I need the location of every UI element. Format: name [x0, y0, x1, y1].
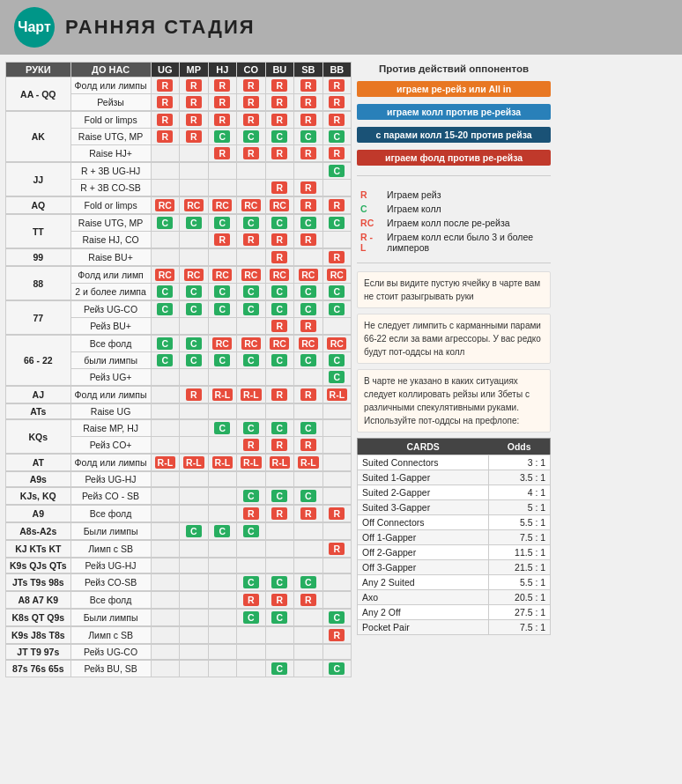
position-cell: [322, 523, 352, 540]
position-cell: [237, 180, 266, 196]
table-row: 87s 76s 65sРейз BU, SB C C: [6, 661, 352, 677]
position-cell: [151, 163, 180, 180]
position-cell: C: [151, 284, 180, 300]
position-cell: R: [322, 627, 352, 644]
position-cell: C: [180, 301, 209, 318]
table-row: A9Все фолд RRRR: [6, 506, 352, 522]
abbr-RC: RC Играем колл после ре-рейза: [357, 216, 551, 230]
odds-col-header: Odds: [488, 439, 550, 455]
position-cell: [294, 558, 323, 573]
abbr-RC-code: RC: [357, 216, 383, 230]
position-cell: R: [294, 94, 323, 111]
position-cell: [265, 523, 294, 540]
position-cell: C: [294, 284, 323, 300]
position-cell: C: [265, 284, 294, 300]
cards-row: Off 2-Gapper11.5 : 1: [358, 545, 551, 560]
position-cell: R: [322, 506, 352, 522]
position-cell: [322, 558, 352, 573]
table-row: KJs, KQРейз CO - SB CCC: [6, 488, 352, 505]
action-desc: Рейз UG-CO: [70, 301, 151, 318]
position-cell: [237, 645, 266, 660]
position-cell: R: [322, 112, 352, 129]
position-cell: C: [265, 610, 294, 626]
position-cell: [322, 472, 352, 487]
abbr-R: R Играем рейз: [357, 188, 551, 202]
cards-odds: 21.5 : 1: [488, 560, 550, 575]
action-desc: R + 3B UG-HJ: [70, 163, 151, 180]
table-row: AJФолд или лимпы RR-LR-LRRR-L: [6, 387, 352, 403]
hand-name: A9s: [6, 472, 71, 487]
position-cell: R: [294, 318, 323, 335]
position-cell: R: [237, 78, 266, 94]
position-cell: RC: [208, 197, 237, 214]
position-cell: [294, 472, 323, 487]
position-cell: C: [208, 301, 237, 318]
position-cell: [208, 661, 237, 677]
position-cell: C: [322, 352, 352, 369]
position-cell: R: [294, 197, 323, 214]
position-cell: [180, 232, 209, 248]
position-cell: C: [237, 301, 266, 318]
position-cell: R: [265, 180, 294, 196]
position-cell: [322, 404, 352, 419]
position-cell: [208, 369, 237, 386]
position-cell: R: [151, 94, 180, 111]
main-table: РУКИ ДО НАС UG MP HJ CO BU SB BB AA - QQ…: [5, 62, 352, 677]
cards-row: Off 3-Gapper21.5 : 1: [358, 560, 551, 575]
col-header-co: CO: [237, 63, 266, 78]
action-desc: Все фолд: [70, 336, 151, 352]
cards-odds: 3.5 : 1: [488, 470, 550, 485]
position-cell: RC: [208, 267, 237, 284]
hand-name: AK: [6, 112, 71, 162]
cards-col-header: CARDS: [358, 439, 489, 455]
abbr-C: C Играем колл: [357, 202, 551, 216]
position-cell: [237, 472, 266, 487]
action-desc: Raise MP, HJ: [70, 420, 151, 437]
position-cell: [294, 523, 323, 540]
action-desc: Лимп с SB: [70, 541, 151, 558]
position-cell: [151, 249, 180, 266]
legend-reraise: играем ре-рейз или All in: [357, 81, 551, 97]
position-cell: R: [180, 112, 209, 129]
position-cell: R: [294, 506, 323, 522]
position-cell: RC: [322, 267, 352, 284]
cards-table: CARDS Odds Suited Connectors3 : 1Suited …: [357, 438, 551, 635]
position-cell: [208, 592, 237, 609]
col-header-bu: BU: [265, 63, 294, 78]
position-cell: [180, 541, 209, 558]
position-cell: R: [294, 112, 323, 129]
page: Чарт РАННЯЯ СТАДИЯ РУКИ ДО НАС UG MP HJ …: [0, 0, 682, 684]
position-cell: [151, 610, 180, 626]
position-cell: R: [151, 112, 180, 129]
position-cell: [180, 645, 209, 660]
position-cell: [322, 437, 352, 454]
position-cell: R: [237, 506, 266, 522]
logo: Чарт: [14, 7, 55, 48]
legend-fold-reraise: играем фолд против ре-рейза: [357, 150, 551, 166]
hand-name: AA - QQ: [6, 78, 71, 111]
position-cell: C: [237, 574, 266, 591]
position-cell: C: [208, 420, 237, 437]
table-row: A8 A7 K9Все фолд RRR: [6, 592, 352, 609]
position-cell: R: [265, 387, 294, 403]
cards-odds: 5 : 1: [488, 500, 550, 515]
position-cell: [151, 232, 180, 248]
note1: Если вы видите пустую ячейку в чарте вам…: [357, 271, 551, 308]
position-cell: [180, 318, 209, 335]
cards-row: Off Connectors5.5 : 1: [358, 515, 551, 530]
position-cell: R-L: [208, 455, 237, 471]
position-cell: C: [294, 301, 323, 318]
position-cell: [151, 318, 180, 335]
position-cell: C: [237, 420, 266, 437]
hand-name: JJ: [6, 163, 71, 196]
cards-odds: 3 : 1: [488, 455, 550, 470]
position-cell: R: [208, 78, 237, 94]
position-cell: [237, 627, 266, 644]
position-cell: [294, 645, 323, 660]
position-cell: [208, 558, 237, 573]
position-cell: [208, 506, 237, 522]
cards-hand: Suited 3-Gapper: [358, 500, 489, 515]
hand-name: K8s QT Q9s: [6, 610, 71, 626]
position-cell: [322, 592, 352, 609]
cards-odds: 7.5 : 1: [488, 620, 550, 635]
